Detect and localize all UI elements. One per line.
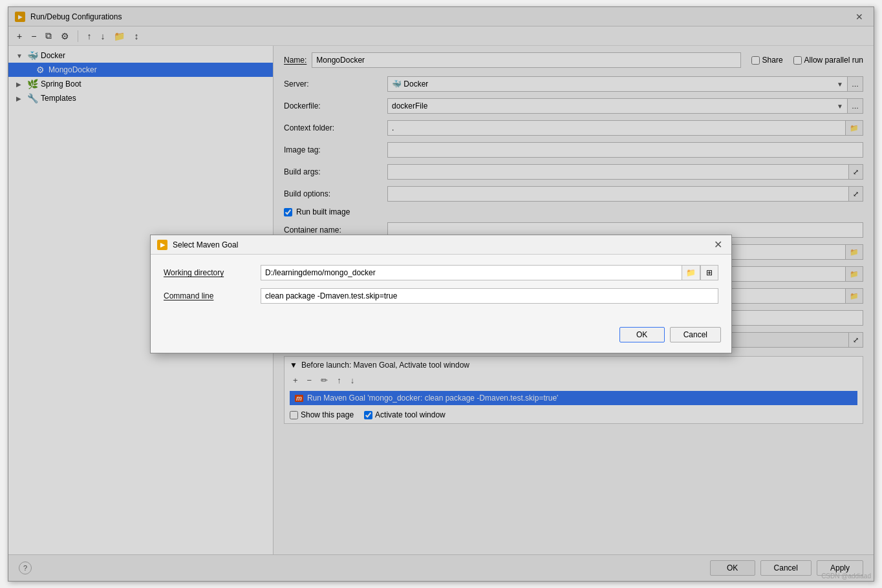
modal-icon: ▶: [157, 240, 167, 250]
modal-close-button[interactable]: ✕: [711, 238, 725, 251]
modal-title-text: Select Maven Goal: [173, 240, 238, 249]
working-directory-label: Working directory: [164, 268, 261, 277]
working-directory-row: Working directory 📁 ⊞: [164, 265, 718, 280]
modal-body: Working directory 📁 ⊞ Command line: [151, 255, 731, 322]
modal-cancel-button[interactable]: Cancel: [670, 327, 721, 342]
command-line-input[interactable]: [261, 288, 718, 304]
working-directory-add-button[interactable]: ⊞: [700, 265, 718, 280]
modal-overlay: ▶ Select Maven Goal ✕ Working directory …: [8, 7, 874, 581]
modal-title-bar: ▶ Select Maven Goal ✕: [151, 235, 731, 255]
main-window: ▶ Run/Debug Configurations ✕ + − ⧉ ⚙ ↑ ↓…: [8, 6, 874, 582]
working-directory-browse-button[interactable]: 📁: [682, 265, 700, 280]
modal-title-content: ▶ Select Maven Goal: [157, 240, 238, 250]
select-maven-goal-dialog: ▶ Select Maven Goal ✕ Working directory …: [150, 235, 732, 353]
working-directory-input[interactable]: [261, 265, 682, 280]
modal-footer: OK Cancel: [151, 322, 731, 353]
command-line-row: Command line: [164, 288, 718, 304]
modal-ok-button[interactable]: OK: [619, 327, 665, 342]
working-directory-container: 📁 ⊞: [261, 265, 718, 280]
command-line-label: Command line: [164, 291, 261, 300]
